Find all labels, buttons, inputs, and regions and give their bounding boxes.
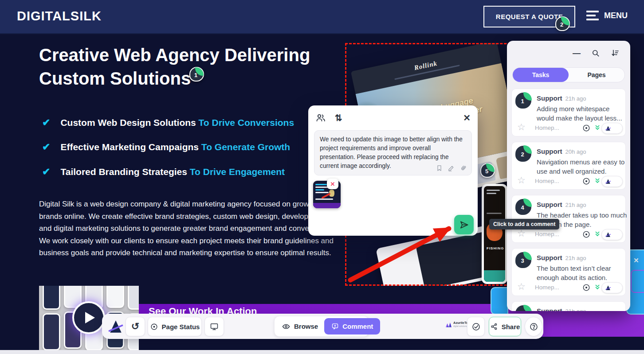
assignee-avatars[interactable] bbox=[601, 176, 623, 187]
atarim-logo-icon bbox=[605, 232, 611, 237]
sidebar-tabs: Tasks Pages bbox=[512, 67, 625, 82]
phone-footer bbox=[484, 270, 505, 282]
task-card-2[interactable]: 2 Support20h ago Navigation menus are ea… bbox=[511, 142, 626, 190]
comment-pin-2[interactable]: 2 bbox=[555, 16, 570, 31]
page-title: Creative Web Agency Delivering Custom So… bbox=[39, 43, 341, 90]
sort-comments-icon[interactable]: ⇅ bbox=[335, 113, 342, 123]
edit-icon[interactable] bbox=[448, 164, 455, 172]
atarim-logo-icon bbox=[605, 179, 611, 184]
task-number-badge: 2 bbox=[515, 146, 531, 162]
help-icon bbox=[529, 322, 538, 331]
star-icon[interactable]: ☆ bbox=[517, 281, 526, 292]
task-number-badge: 1 bbox=[515, 93, 531, 109]
mode-switcher: Browse Comment bbox=[274, 316, 369, 337]
search-icon[interactable] bbox=[591, 49, 600, 58]
share-icon bbox=[490, 323, 498, 331]
atarim-logo-icon bbox=[605, 125, 611, 131]
help-button[interactable] bbox=[525, 317, 542, 336]
checklist-item-3: ✔Tailored Branding Strategies To Drive E… bbox=[42, 166, 285, 178]
azuriletech-logo-icon bbox=[446, 323, 452, 327]
comment-popup: ⇅ ✕ We need to update this image to bett… bbox=[308, 105, 478, 236]
close-icon[interactable]: ✕ bbox=[463, 113, 471, 123]
task-page-label: Homep... bbox=[535, 124, 559, 131]
send-icon bbox=[459, 220, 469, 230]
sort-icon[interactable] bbox=[611, 49, 620, 58]
star-icon[interactable]: ☆ bbox=[517, 122, 526, 132]
status-circle-icon[interactable] bbox=[582, 283, 591, 292]
comment-plus-icon bbox=[331, 323, 339, 330]
task-card-1[interactable]: 1 Support21h ago Adding more whitespace … bbox=[511, 89, 626, 136]
atarim-logo-icon bbox=[605, 285, 611, 291]
members-icon[interactable] bbox=[315, 113, 326, 123]
checklist-item-2: ✔Effective Marketing Campaigns To Genera… bbox=[42, 141, 290, 153]
hamburger-icon bbox=[586, 11, 599, 20]
comment-button[interactable]: Comment bbox=[324, 318, 380, 335]
chat-close-icon[interactable]: ✕ bbox=[633, 257, 639, 265]
task-number-badge: 3 bbox=[515, 252, 531, 268]
star-icon[interactable]: ☆ bbox=[517, 228, 526, 239]
browse-button[interactable]: Browse bbox=[275, 322, 324, 331]
azuriletech-logo-icon bbox=[613, 286, 620, 290]
complete-button[interactable] bbox=[467, 317, 485, 336]
priority-chevrons-icon[interactable] bbox=[594, 177, 601, 184]
undo-button[interactable]: ↺ bbox=[126, 317, 145, 336]
assignee-avatars[interactable] bbox=[601, 229, 623, 240]
check-circle-icon bbox=[471, 322, 481, 331]
device-toggle-button[interactable] bbox=[204, 317, 224, 336]
play-button[interactable] bbox=[72, 301, 105, 334]
check-icon: ✔ bbox=[42, 117, 50, 128]
chat-button-outline bbox=[631, 270, 644, 293]
page-status-button[interactable]: Page Status bbox=[148, 317, 202, 336]
circle-dot-icon bbox=[150, 323, 158, 331]
remove-attachment-icon[interactable]: ✕ bbox=[327, 179, 338, 189]
star-icon[interactable]: ☆ bbox=[517, 175, 526, 186]
check-icon: ✔ bbox=[42, 166, 50, 177]
task-card-5[interactable]: Support21h ago bbox=[511, 301, 626, 311]
task-page-label: Homep... bbox=[535, 284, 559, 291]
attachment-icon[interactable] bbox=[459, 164, 467, 172]
digitalsilk-logo: DIGITALSILK bbox=[17, 9, 102, 23]
azuriletech-logo-icon bbox=[613, 180, 620, 183]
status-circle-icon[interactable] bbox=[582, 177, 591, 186]
bookmark-icon[interactable] bbox=[436, 164, 443, 172]
status-circle-icon[interactable] bbox=[582, 230, 591, 239]
atarim-logo-icon bbox=[108, 319, 123, 334]
tasks-sidebar: — Tasks Pages 1 Support21h ago Adding mo… bbox=[507, 41, 630, 311]
priority-chevrons-icon[interactable] bbox=[594, 124, 601, 131]
task-number-badge: 4 bbox=[515, 199, 531, 215]
priority-chevrons-icon[interactable] bbox=[594, 230, 601, 237]
phone-label: FISHING bbox=[487, 246, 504, 250]
monitor-icon bbox=[210, 322, 219, 331]
thumbnail-banner bbox=[313, 203, 341, 208]
azuriletech-logo-icon bbox=[613, 127, 620, 130]
azuriletech-logo-icon bbox=[613, 233, 620, 237]
screen: Creative Web Agency Delivering Custom So… bbox=[0, 0, 644, 354]
assignee-avatars[interactable] bbox=[601, 123, 623, 134]
priority-chevrons-icon[interactable] bbox=[594, 284, 601, 291]
check-icon: ✔ bbox=[42, 141, 50, 152]
assignee-avatars[interactable] bbox=[601, 282, 623, 293]
task-card-4[interactable]: 3 Support21h ago The button text isn’t c… bbox=[511, 248, 626, 296]
hero-paragraph: Digital Silk is a web design company & d… bbox=[39, 198, 334, 259]
comment-pin-1[interactable]: 1 bbox=[189, 67, 204, 82]
tab-pages[interactable]: Pages bbox=[569, 68, 624, 82]
site-navbar: DIGITALSILK REQUEST A QUOTE 2 MENU bbox=[0, 0, 644, 34]
play-icon bbox=[85, 312, 95, 323]
tooltip: Click to add a comment bbox=[489, 219, 559, 230]
task-number-badge bbox=[515, 305, 531, 311]
mockup-phone: FISHING bbox=[482, 184, 507, 284]
task-page-label: Homep... bbox=[535, 178, 559, 184]
minimize-icon[interactable]: — bbox=[573, 49, 581, 58]
feedback-toolbar: ↺ Page Status Browse Comment AzurileTech… bbox=[102, 314, 543, 339]
task-page-label: Homep... bbox=[535, 231, 559, 237]
chat-widget-corner bbox=[491, 287, 508, 315]
send-comment-button[interactable] bbox=[454, 215, 474, 234]
status-circle-icon[interactable] bbox=[582, 124, 591, 132]
share-button[interactable]: Share bbox=[489, 317, 521, 336]
menu-button[interactable]: MENU bbox=[586, 11, 628, 20]
bottom-strip bbox=[0, 350, 644, 354]
comment-pin-5[interactable]: 5 bbox=[480, 163, 495, 178]
eye-icon bbox=[282, 322, 291, 331]
comment-input[interactable]: We need to update this image to better a… bbox=[314, 130, 472, 175]
tab-tasks[interactable]: Tasks bbox=[513, 68, 569, 82]
